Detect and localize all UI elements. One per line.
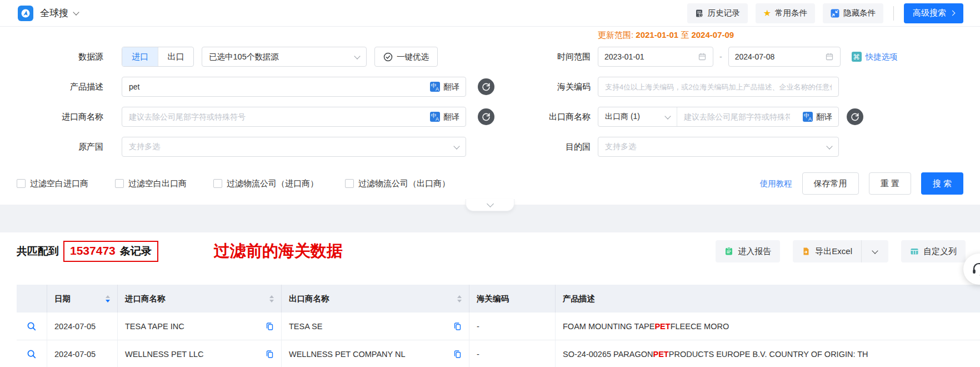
- calendar-icon: [825, 52, 834, 61]
- custom-columns-button[interactable]: 自定义列: [901, 240, 966, 262]
- match-suffix: 条记录: [120, 244, 152, 259]
- history-button[interactable]: 历史记录: [687, 3, 748, 23]
- translate-button[interactable]: 中 A 翻译: [424, 82, 466, 92]
- save-favorite-button[interactable]: 保存常用: [802, 172, 859, 195]
- copy-icon[interactable]: [453, 350, 462, 359]
- row-preview-cell: [17, 313, 47, 340]
- search-button[interactable]: 搜 索: [921, 172, 963, 195]
- product-desc-input[interactable]: [122, 82, 424, 91]
- chevron-down-icon: [453, 143, 459, 149]
- hs-code-input[interactable]: [598, 83, 838, 91]
- synonym-toggle-button[interactable]: [847, 108, 863, 125]
- importer-input[interactable]: [122, 112, 424, 121]
- history-label: 历史记录: [708, 8, 740, 18]
- magnifier-icon[interactable]: [26, 349, 37, 360]
- exporter-value: WELLNESS PET COMPANY NL: [289, 350, 406, 359]
- hs-code-row: 海关编码: [535, 77, 979, 97]
- header-exporter[interactable]: 出口商名称: [282, 285, 469, 313]
- checkbox-filter-blank-exporter[interactable]: 过滤空白出口商: [115, 178, 187, 189]
- translate-label: 翻译: [443, 82, 459, 92]
- synonym-toggle-button[interactable]: [478, 78, 494, 95]
- command-icon: ⌘: [852, 52, 862, 62]
- loop-arrow-icon: [481, 82, 491, 92]
- collapse-panel-tab[interactable]: [466, 199, 514, 211]
- desc-text: SO-24-00265 PARAGON: [563, 350, 653, 359]
- hs-code-field: [598, 77, 839, 97]
- checkbox-icon[interactable]: [115, 179, 124, 188]
- quick-options-button[interactable]: ⌘ 快捷选项: [852, 52, 898, 62]
- date-cell: 2024-07-05: [47, 340, 118, 367]
- loop-arrow-icon: [850, 112, 860, 122]
- end-date-picker[interactable]: 2024-07-08: [728, 47, 841, 67]
- header-date-label: 日期: [54, 294, 71, 304]
- toggle-import[interactable]: 进口: [122, 47, 158, 66]
- desc-text: FLEECE MORO: [671, 322, 729, 331]
- chevron-down-icon: [826, 143, 832, 149]
- export-excel-group: 导出Excel: [793, 240, 888, 262]
- data-source-dropdown[interactable]: 已选中105个数据源: [202, 47, 367, 67]
- row-preview-cell: [17, 340, 47, 367]
- translate-button[interactable]: 中 A 翻译: [797, 112, 838, 122]
- sort-control[interactable]: [265, 295, 274, 302]
- hs-code-value: -: [477, 322, 479, 331]
- origin-country-select[interactable]: 支持多选: [122, 137, 466, 157]
- one-click-optimize-button[interactable]: 一键优选: [374, 47, 438, 67]
- checkbox-icon[interactable]: [213, 179, 222, 188]
- chevron-down-icon: [487, 200, 494, 207]
- search-panel: 更新范围: 2021-01-01 至 2024-07-09 数据源 进口 出口 …: [0, 27, 980, 205]
- top-bar: 全球搜 历史记录 ★ 常用条件 隐藏条件 高级搜索: [0, 0, 980, 27]
- header-date[interactable]: 日期: [47, 285, 118, 313]
- sort-desc-icon[interactable]: [269, 300, 274, 302]
- checkbox-filter-blank-importer[interactable]: 过滤空白进口商: [17, 178, 88, 189]
- copy-icon[interactable]: [453, 322, 462, 331]
- sort-asc-icon[interactable]: [106, 295, 110, 298]
- favorites-button[interactable]: ★ 常用条件: [756, 3, 815, 23]
- desc-text: PRODUCTS EUROPE B.V. COUNTRY OF ORIGIN: …: [669, 350, 868, 359]
- check-circle-icon: [383, 52, 393, 62]
- translate-icon: 中 A: [430, 82, 440, 92]
- reset-button[interactable]: 重 置: [869, 172, 911, 195]
- export-excel-button[interactable]: 导出Excel: [793, 240, 862, 262]
- form-right-column: 时间范围 2023-01-01 - 2024-07-08 ⌘ 快捷选项: [535, 47, 979, 167]
- export-excel-dropdown[interactable]: [862, 240, 888, 262]
- dest-country-select[interactable]: 支持多选: [598, 137, 839, 157]
- exporter-row: 出口商名称 出口商 (1) 中 A 翻译: [535, 107, 979, 127]
- sort-asc-icon[interactable]: [269, 295, 274, 298]
- sort-desc-icon[interactable]: [457, 300, 462, 302]
- advanced-search-label: 高级搜索: [913, 8, 946, 18]
- app-logo: [18, 6, 33, 21]
- header-importer-label: 进口商名称: [125, 294, 166, 304]
- advanced-search-button[interactable]: 高级搜索: [904, 3, 963, 23]
- history-icon: [695, 9, 704, 18]
- end-date-value: 2024-07-08: [735, 52, 775, 61]
- start-date-picker[interactable]: 2023-01-01: [598, 47, 713, 67]
- exporter-type-dropdown[interactable]: 出口商 (1): [598, 107, 677, 126]
- sort-control[interactable]: [453, 295, 462, 302]
- synonym-toggle-button[interactable]: [478, 108, 494, 125]
- toggle-export[interactable]: 出口: [158, 47, 193, 66]
- copy-icon[interactable]: [266, 350, 274, 359]
- magnifier-icon[interactable]: [26, 321, 37, 332]
- hide-conditions-button[interactable]: 隐藏条件: [823, 3, 883, 23]
- chevron-right-icon: [950, 11, 956, 16]
- enter-report-button[interactable]: 进入报告: [716, 240, 780, 262]
- tutorial-link[interactable]: 使用教程: [760, 178, 792, 189]
- header-importer[interactable]: 进口商名称: [118, 285, 282, 313]
- results-header: 共匹配到 1537473 条记录 过滤前的海关数据 进入报告: [17, 237, 980, 266]
- translate-label: 翻译: [816, 112, 832, 122]
- translate-button[interactable]: 中 A 翻译: [424, 112, 466, 122]
- checkbox-filter-logistics-exporter[interactable]: 过滤物流公司（出口商）: [345, 178, 450, 189]
- chevron-down-icon[interactable]: [73, 9, 79, 15]
- desc-text: FOAM MOUNTING TAPE: [563, 322, 654, 331]
- columns-icon: [910, 247, 919, 256]
- sort-control[interactable]: [101, 295, 110, 302]
- time-range-row: 时间范围 2023-01-01 - 2024-07-08 ⌘ 快捷选项: [535, 47, 979, 67]
- exporter-input[interactable]: [677, 112, 797, 121]
- copy-icon[interactable]: [266, 322, 274, 331]
- sort-desc-icon[interactable]: [106, 300, 110, 302]
- checkbox-icon[interactable]: [17, 179, 26, 188]
- checkbox-icon[interactable]: [345, 179, 354, 188]
- translate-icon: 中 A: [803, 112, 813, 122]
- checkbox-filter-logistics-importer[interactable]: 过滤物流公司（进口商）: [213, 178, 318, 189]
- sort-asc-icon[interactable]: [457, 295, 462, 298]
